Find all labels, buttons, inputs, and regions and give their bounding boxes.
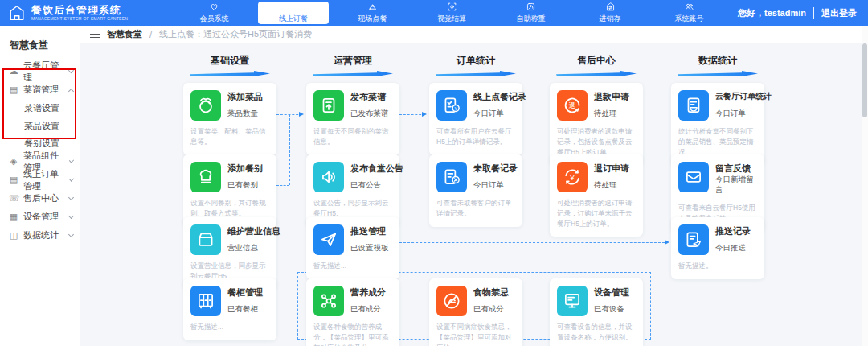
- order-check-icon: [436, 90, 467, 121]
- vertical-scrollbar[interactable]: [862, 26, 868, 346]
- top-bar: 餐饮后台管理系统 MANAGEMENT SYSTEM OF SMART CANT…: [0, 0, 868, 26]
- card-unsubscribe-request[interactable]: 退订申请 待处理 可处理消费者的退订申请记录，订购订单来源于云餐厅H5上的订单。: [550, 154, 643, 237]
- nav-label: 系统账号: [675, 14, 704, 24]
- column-header-aftersales: 售后中心: [550, 54, 643, 76]
- card-push-records[interactable]: 推送记录 今日推送 暂无描述。: [671, 217, 764, 279]
- card-publish-menu[interactable]: 发布菜谱 已发布菜谱 设置每天不同餐别的菜谱信息。: [306, 83, 399, 155]
- header-arrow-icon: [313, 71, 393, 76]
- sidebar-item-online-orders[interactable]: ▤ 线上订单管理: [0, 171, 80, 189]
- card-description: 设置不同餐别，其订餐规则、取餐方式等。: [190, 198, 269, 219]
- card-add-meal-type[interactable]: 添加餐别 已有餐别 设置不同餐别，其订餐规则、取餐方式等。: [183, 154, 276, 227]
- card-subtitle: 今日新增留言: [715, 175, 757, 196]
- yen-cycle-icon: [557, 162, 588, 192]
- nav-self-weighing[interactable]: 自助称重: [496, 0, 567, 26]
- sidebar-item-label: 云餐厅管理: [23, 60, 64, 84]
- aftersales-icon: ☏: [9, 193, 18, 204]
- sidebar-item-label: 售后中心: [23, 192, 59, 204]
- card-online-order-records[interactable]: 线上点餐记录 今日订单 可查看所有用户在云餐厅H5上的订单详情记录。: [429, 83, 522, 155]
- card-subtitle: 已有餐柜: [227, 304, 263, 315]
- sidebar-item-label: 数据统计: [23, 229, 59, 241]
- column-header-label: 基础设置: [183, 54, 276, 68]
- app-logo: 餐饮后台管理系统 MANAGEMENT SYSTEM OF SMART CANT…: [0, 0, 170, 26]
- menu-book-icon: ▤: [9, 84, 18, 95]
- paper-plane-icon: [313, 224, 344, 255]
- sidebar-item-device-management[interactable]: ▦ 设备管理: [0, 208, 80, 226]
- card-food-taboo[interactable]: 食物禁忌 已有成分 设置不同病症饮食禁忌，【菜品管理】里可添加对应的。: [429, 278, 522, 346]
- column-header-label: 售后中心: [550, 54, 643, 68]
- card-title: 发布菜谱: [350, 91, 389, 103]
- sidebar-item-data-stats[interactable]: ◫ 数据统计: [0, 226, 80, 245]
- card-description: 可查看未取餐客户的订单详情记录。: [436, 198, 515, 219]
- card-title: 添加菜品: [227, 91, 263, 103]
- sidebar-item-menu-management[interactable]: ▤ 菜谱管理: [0, 80, 80, 99]
- nav-system-account[interactable]: 系统账号: [654, 0, 725, 26]
- card-description: 暂无描述...: [313, 261, 392, 271]
- card-title: 餐柜管理: [227, 286, 263, 299]
- card-subtitle: 已发布菜谱: [350, 109, 389, 119]
- card-subtitle: 菜品数量: [227, 109, 263, 119]
- card-refund-request[interactable]: 退款申请 待处理 可处理消费者的退款申请记录，包括设备点餐及云餐厅H5上的订单.…: [550, 83, 643, 165]
- card-device-management[interactable]: 设备管理 已有设备 可查看设备的信息，并设置设备名称，方便识别。: [550, 278, 643, 346]
- main-area: 智慧食堂 / 线上点餐：通过公众号H5页面订餐消费 基础设置 运营管理 订单统计…: [80, 26, 868, 346]
- nav-inventory[interactable]: 进销存: [575, 0, 645, 26]
- column-header-label: 数据统计: [671, 54, 764, 68]
- nav-online-ordering[interactable]: 线上订餐: [258, 2, 329, 24]
- account-icon: [684, 2, 694, 12]
- card-title: 推送管理: [350, 225, 389, 237]
- card-description: 可查看设备的信息，并设置设备名称，方便识别。: [557, 322, 636, 343]
- sidebar-item-aftersales[interactable]: ☏ 售后中心: [0, 189, 80, 208]
- card-subtitle: 待处理: [594, 109, 629, 119]
- card-subtitle: 今日订单: [473, 109, 526, 119]
- sidebar-subitem-recipe-settings[interactable]: 菜谱设置: [0, 99, 80, 117]
- breadcrumb-root[interactable]: 智慧食堂: [107, 28, 142, 40]
- chevron-down-icon: [68, 213, 74, 219]
- card-title: 未取餐记录: [473, 163, 518, 175]
- card-push-management[interactable]: 推送管理 已设置模板 暂无描述...: [306, 217, 399, 279]
- card-subtitle: 待处理: [594, 180, 629, 191]
- online-order-icon: [289, 2, 299, 12]
- cloud-icon: ☁: [9, 66, 18, 76]
- doc-bowl-icon: [678, 90, 709, 121]
- logout-button[interactable]: 退出登录: [821, 7, 857, 19]
- card-cloud-order-stats[interactable]: 云餐厅订单统计 今日订单 统计分析食堂不同餐别下的菜品销售、菜品预定情况。: [671, 83, 764, 165]
- card-unclaimed-meals[interactable]: 未取餐记录 今日订单 可查看未取餐客户的订单详情记录。: [429, 154, 522, 227]
- component-icon: ◈: [9, 156, 18, 167]
- sidebar-item-cloud-restaurant[interactable]: ☁ 云餐厅管理: [0, 62, 80, 80]
- column-header-label: 运营管理: [306, 54, 399, 68]
- user-box: 您好，testadmin 退出登录: [733, 0, 868, 26]
- header-arrow-icon: [678, 71, 758, 76]
- device-icon: ▦: [9, 212, 18, 222]
- card-title: 退款申请: [594, 91, 629, 103]
- publish-menu-icon: [313, 90, 344, 121]
- column-header-data-stats: 数据统计: [671, 54, 764, 76]
- sidebar: 智慧食堂 ☁ 云餐厅管理 ▤ 菜谱管理 菜谱设置 菜品设置 餐别设置 ◈ 菜品组…: [0, 26, 80, 346]
- breadcrumb-separator: /: [149, 30, 152, 39]
- card-add-dish[interactable]: 添加菜品 菜品数量 设置菜类、配料、菜品信息等。: [183, 83, 276, 155]
- hamburger-icon[interactable]: [90, 31, 100, 38]
- sidebar-subitem-dish-settings[interactable]: 菜品设置: [0, 117, 80, 134]
- app-title: 餐饮后台管理系统: [31, 5, 128, 16]
- nav-label: 现场点餐: [358, 14, 387, 24]
- card-title: 发布食堂公告: [350, 163, 403, 175]
- app-subtitle: MANAGEMENT SYSTEM OF SMART CANTEEN: [31, 16, 128, 21]
- card-subtitle: 已有设备: [594, 304, 629, 315]
- chevron-down-icon: [68, 195, 74, 200]
- column-header-operations: 运营管理: [306, 54, 399, 76]
- nav-label: 会员系统: [200, 14, 229, 24]
- card-subtitle: 已有成分: [350, 304, 386, 315]
- sidebar-item-label: 设备管理: [23, 211, 59, 223]
- card-nutrition[interactable]: 营养成分 已有成分 设置各种食物的营养成分，【菜品管理】里可添加对应的食物及分.…: [306, 278, 399, 346]
- card-cabinet-management[interactable]: 餐柜管理 已有餐柜 暂无描述...: [183, 278, 276, 340]
- doc-x-icon: [436, 162, 467, 192]
- scrollbar-thumb[interactable]: [862, 43, 867, 117]
- chevron-down-icon: [68, 232, 74, 237]
- card-title: 营养成分: [350, 286, 386, 299]
- card-canteen-notice[interactable]: 发布食堂公告 已有公告 设置公告，同步显示到云餐厅H5。: [306, 154, 399, 227]
- nav-vision-checkout[interactable]: 视觉结算: [416, 0, 487, 26]
- card-subtitle: 今日推送: [715, 243, 751, 253]
- nav-label: 视觉结算: [437, 14, 466, 24]
- nav-onsite-ordering[interactable]: 现场点餐: [338, 0, 408, 26]
- nav-member-system[interactable]: 会员系统: [179, 0, 250, 26]
- top-nav: 会员系统 线上订餐 现场点餐 视觉结算 自助称重 进销存 系统账号: [170, 0, 733, 26]
- nav-label: 进销存: [600, 14, 621, 24]
